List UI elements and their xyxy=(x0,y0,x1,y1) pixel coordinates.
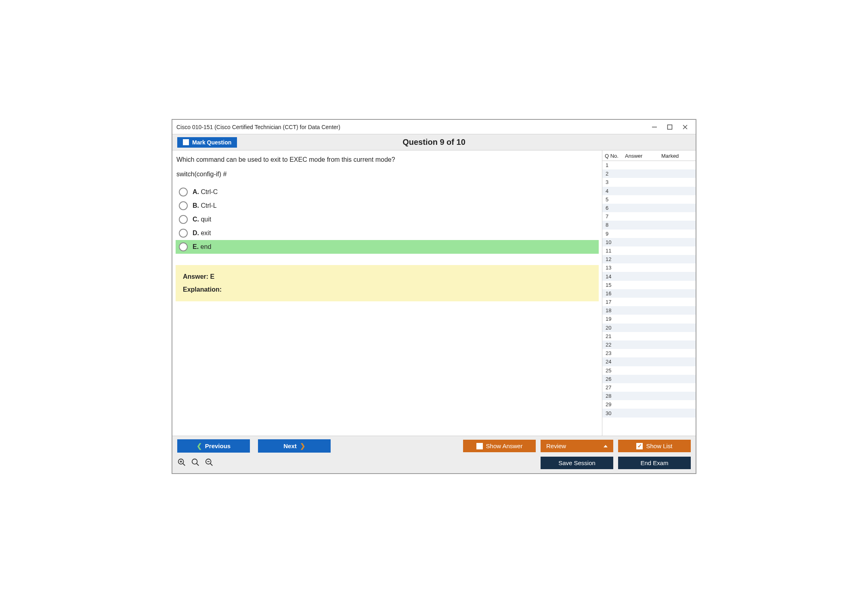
question-number: 5 xyxy=(606,196,626,203)
sidebar-body[interactable]: 1234567891011121314151617181920212223242… xyxy=(602,161,696,436)
question-number: 3 xyxy=(606,179,626,185)
show-answer-label: Show Answer xyxy=(486,443,523,449)
question-number: 10 xyxy=(606,239,626,245)
show-list-button[interactable]: ✓ Show List xyxy=(618,440,691,452)
save-session-button[interactable]: Save Session xyxy=(541,457,613,469)
question-list-row[interactable]: 24 xyxy=(602,357,696,366)
sidebar-header-marked: Marked xyxy=(661,153,693,159)
question-number: 9 xyxy=(606,231,626,237)
option-row[interactable]: E. end xyxy=(176,240,599,254)
review-button[interactable]: Review xyxy=(541,440,613,452)
option-row[interactable]: B. Ctrl-L xyxy=(176,199,599,213)
question-list-row[interactable]: 1 xyxy=(602,161,696,169)
question-list-row[interactable]: 26 xyxy=(602,375,696,383)
nav-buttons: ❮ Previous Next ❯ xyxy=(177,439,331,453)
show-answer-button[interactable]: Show Answer xyxy=(463,440,536,452)
radio-icon xyxy=(179,242,188,251)
window-controls xyxy=(651,124,692,130)
footer-row-1: ❮ Previous Next ❯ Show Answer Review xyxy=(177,439,691,453)
question-list-row[interactable]: 3 xyxy=(602,178,696,186)
question-list-row[interactable]: 27 xyxy=(602,383,696,392)
body-area: Which command can be used to exit to EXE… xyxy=(172,150,696,436)
option-text: end xyxy=(201,243,212,250)
question-number: 29 xyxy=(606,401,626,407)
option-row[interactable]: C. quit xyxy=(176,213,599,226)
option-letter: B. xyxy=(193,202,199,209)
question-list-row[interactable]: 25 xyxy=(602,366,696,375)
question-number: 1 xyxy=(606,162,626,168)
question-number: 13 xyxy=(606,265,626,271)
question-list-row[interactable]: 28 xyxy=(602,392,696,400)
question-list-row[interactable]: 4 xyxy=(602,187,696,195)
question-list-row[interactable]: 22 xyxy=(602,340,696,349)
question-list-row[interactable]: 16 xyxy=(602,289,696,298)
show-answer-checkbox-icon xyxy=(476,443,483,449)
question-list-row[interactable]: 23 xyxy=(602,349,696,357)
question-list-row[interactable]: 14 xyxy=(602,272,696,280)
question-number: 2 xyxy=(606,171,626,177)
question-number: 15 xyxy=(606,282,626,288)
question-list-row[interactable]: 30 xyxy=(602,409,696,417)
question-list-row[interactable]: 2 xyxy=(602,169,696,178)
question-number: 4 xyxy=(606,188,626,194)
mark-checkbox-icon xyxy=(183,139,189,145)
question-list-row[interactable]: 10 xyxy=(602,238,696,246)
question-number: 25 xyxy=(606,367,626,374)
option-letter: A. xyxy=(193,188,199,195)
question-list-row[interactable]: 12 xyxy=(602,255,696,263)
close-icon[interactable] xyxy=(682,124,688,130)
zoom-reset-icon[interactable] xyxy=(191,458,200,468)
question-number: 27 xyxy=(606,384,626,390)
chevron-right-icon: ❯ xyxy=(300,442,305,450)
question-number: 11 xyxy=(606,248,626,254)
minimize-icon[interactable] xyxy=(651,124,658,130)
question-list-row[interactable]: 5 xyxy=(602,195,696,204)
maximize-icon[interactable] xyxy=(667,124,673,130)
review-label: Review xyxy=(546,443,566,449)
svg-rect-1 xyxy=(668,125,672,129)
question-list-row[interactable]: 20 xyxy=(602,324,696,332)
zoom-out-icon[interactable] xyxy=(205,458,214,468)
question-list-row[interactable]: 29 xyxy=(602,400,696,409)
question-number: 12 xyxy=(606,256,626,262)
question-list-row[interactable]: 13 xyxy=(602,263,696,272)
app-window: Cisco 010-151 (Cisco Certified Technicia… xyxy=(172,119,696,474)
question-list-row[interactable]: 21 xyxy=(602,332,696,340)
question-list-row[interactable]: 15 xyxy=(602,281,696,289)
option-label: E. end xyxy=(193,243,211,251)
radio-icon xyxy=(179,188,188,196)
question-list-row[interactable]: 6 xyxy=(602,204,696,212)
question-number: 23 xyxy=(606,350,626,356)
svg-point-8 xyxy=(192,459,197,464)
option-label: D. exit xyxy=(193,230,211,237)
end-exam-button[interactable]: End Exam xyxy=(618,457,691,469)
question-number: 14 xyxy=(606,274,626,280)
option-row[interactable]: D. exit xyxy=(176,226,599,240)
explanation-line: Explanation: xyxy=(183,286,591,293)
options-list: A. Ctrl-CB. Ctrl-LC. quitD. exitE. end xyxy=(176,185,599,254)
answer-box: Answer: E Explanation: xyxy=(176,265,599,301)
question-list-row[interactable]: 8 xyxy=(602,221,696,229)
question-list-row[interactable]: 19 xyxy=(602,315,696,323)
mark-question-button[interactable]: Mark Question xyxy=(177,137,237,148)
question-number: 22 xyxy=(606,342,626,348)
question-number: 26 xyxy=(606,376,626,382)
option-label: B. Ctrl-L xyxy=(193,202,217,209)
question-list-row[interactable]: 17 xyxy=(602,298,696,306)
option-label: C. quit xyxy=(193,216,211,223)
zoom-in-icon[interactable] xyxy=(177,458,186,468)
question-list-row[interactable]: 11 xyxy=(602,246,696,255)
question-list-row[interactable]: 9 xyxy=(602,230,696,238)
session-buttons: Save Session End Exam xyxy=(541,457,691,469)
question-list-row[interactable]: 7 xyxy=(602,212,696,221)
option-row[interactable]: A. Ctrl-C xyxy=(176,185,599,199)
chevron-up-icon xyxy=(604,445,608,447)
question-number: 19 xyxy=(606,316,626,322)
question-number: 7 xyxy=(606,213,626,219)
question-list-row[interactable]: 18 xyxy=(602,306,696,315)
next-button[interactable]: Next ❯ xyxy=(258,439,331,453)
previous-button[interactable]: ❮ Previous xyxy=(177,439,250,453)
next-label: Next xyxy=(283,443,297,449)
option-letter: D. xyxy=(193,230,199,236)
radio-icon xyxy=(179,229,188,238)
